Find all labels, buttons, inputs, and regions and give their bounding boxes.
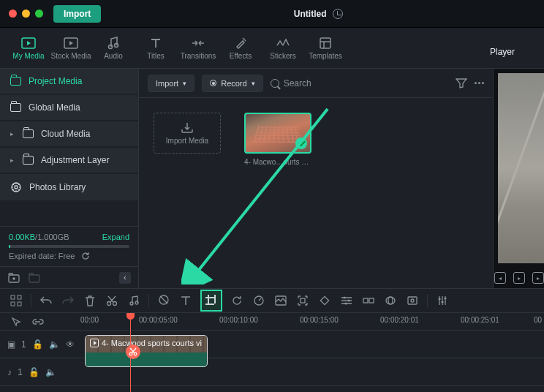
svg-point-31 <box>345 303 347 305</box>
window-controls[interactable] <box>9 10 43 18</box>
tool-marker[interactable] <box>156 293 171 308</box>
tool-redo <box>61 293 75 308</box>
tool-arrange[interactable] <box>9 293 23 308</box>
expand-storage-link[interactable]: Expand <box>102 233 129 241</box>
chevron-right-icon: ▸ <box>10 157 14 164</box>
search-placeholder: Search <box>284 78 311 88</box>
svg-marker-1 <box>27 41 31 45</box>
timeline-clip[interactable]: 4- Macwood sports courts vi <box>85 335 208 367</box>
sidebar-item-label: Photos Library <box>29 182 86 192</box>
lock-icon[interactable]: 🔓 <box>29 367 39 377</box>
ruler-mark: 00:00:15:00 <box>300 316 339 324</box>
tool-delete[interactable] <box>83 293 97 308</box>
player-play-button[interactable]: ▸ <box>513 272 525 284</box>
audio-track-header[interactable]: ♪ 1 🔓 🔈 <box>0 358 80 385</box>
svg-point-5 <box>115 43 118 47</box>
audio-icon <box>106 37 121 50</box>
tab-stickers[interactable]: Stickers <box>262 28 304 69</box>
sidebar-item-photos-library[interactable]: Photos Library <box>0 174 138 200</box>
mute-icon[interactable]: 🔈 <box>45 367 56 377</box>
tab-audio[interactable]: Audio <box>92 28 135 69</box>
close-window-icon[interactable] <box>9 10 17 18</box>
tool-mask[interactable] <box>383 293 398 308</box>
folder-icon <box>10 103 21 112</box>
player-prev-button[interactable]: ◂ <box>494 272 506 284</box>
svg-rect-12 <box>29 275 39 282</box>
tool-rotate[interactable] <box>230 293 244 308</box>
tool-audio-detach[interactable] <box>126 293 141 308</box>
import-dropdown[interactable]: Import ▾ <box>148 75 194 92</box>
more-options-icon[interactable] <box>475 82 484 84</box>
media-clip-card[interactable]: 4- Macwo…ourts video <box>244 113 311 166</box>
sidebar-item-project-media[interactable]: Project Media <box>0 69 138 94</box>
svg-point-41 <box>129 353 132 355</box>
tab-effects[interactable]: Effects <box>219 28 262 69</box>
visibility-icon[interactable]: 👁 <box>66 339 75 350</box>
dropdown-label: Record <box>221 79 246 88</box>
added-check-icon <box>295 137 307 149</box>
tool-keyframe[interactable] <box>317 293 332 308</box>
svg-rect-36 <box>408 297 417 304</box>
tool-track-motion[interactable] <box>295 293 310 308</box>
maximize-window-icon[interactable] <box>35 10 43 18</box>
tab-transitions[interactable]: Transitions <box>177 28 219 69</box>
filter-icon[interactable] <box>456 78 467 88</box>
import-button[interactable]: Import <box>53 5 101 23</box>
mute-icon[interactable]: 🔈 <box>49 339 60 350</box>
import-icon <box>181 122 194 134</box>
svg-point-19 <box>107 302 111 306</box>
history-icon[interactable] <box>333 9 343 19</box>
tool-adjust[interactable] <box>339 293 354 308</box>
search-input[interactable]: Search <box>271 78 448 88</box>
player-preview[interactable] <box>498 73 544 263</box>
folder-icon <box>23 129 34 138</box>
svg-rect-15 <box>11 295 15 299</box>
new-folder-icon[interactable] <box>7 271 20 284</box>
chevron-right-icon: ▸ <box>10 130 14 137</box>
tool-render[interactable] <box>405 293 420 308</box>
stock-icon <box>64 37 78 50</box>
dropdown-label: Import <box>156 79 178 88</box>
tool-color[interactable] <box>273 293 288 308</box>
tool-split[interactable] <box>105 293 119 308</box>
svg-line-24 <box>160 296 167 304</box>
refresh-icon[interactable] <box>81 252 90 260</box>
svg-point-29 <box>344 297 346 299</box>
tool-mixer[interactable] <box>435 293 450 308</box>
clip-thumbnail[interactable] <box>244 113 311 154</box>
video-track-header[interactable]: ▣ 1 🔓 🔈 👁 <box>0 331 80 358</box>
collapse-sidebar-icon[interactable]: ‹ <box>119 272 131 284</box>
tab-templates[interactable]: Templates <box>304 28 347 69</box>
svg-rect-18 <box>18 302 21 306</box>
tab-label: Stickers <box>270 52 296 60</box>
tab-titles[interactable]: Titles <box>135 28 177 69</box>
chevron-down-icon: ▾ <box>183 80 186 87</box>
expired-date-label: Expired date: Free <box>9 252 75 260</box>
import-media-card[interactable]: Import Media <box>154 113 221 154</box>
svg-rect-17 <box>11 302 15 306</box>
video-track-icon: ▣ <box>7 339 15 350</box>
tab-stock-media[interactable]: Stock Media <box>50 28 92 69</box>
timeline-ruler[interactable]: 00:0000:00:05:0000:00:10:0000:00:15:0000… <box>80 313 544 331</box>
tool-text[interactable] <box>178 293 193 308</box>
sidebar-item-label: Global Media <box>29 102 80 113</box>
tool-group[interactable] <box>361 293 376 308</box>
timeline-link-icon[interactable] <box>31 314 45 329</box>
svg-rect-27 <box>301 298 305 303</box>
svg-rect-38 <box>439 298 441 300</box>
tab-my-media[interactable]: My Media <box>7 28 50 69</box>
sidebar-item-cloud-media[interactable]: ▸ Cloud Media <box>0 121 138 146</box>
track-number: 1 <box>21 339 26 350</box>
minimize-window-icon[interactable] <box>22 10 30 18</box>
tool-undo[interactable] <box>39 293 53 308</box>
record-dropdown[interactable]: Record ▾ <box>202 75 262 92</box>
project-title: Untitled <box>294 9 327 19</box>
sidebar-item-adjustment-layer[interactable]: ▸ Adjustment Layer <box>0 148 138 173</box>
split-indicator-icon[interactable] <box>126 344 140 359</box>
lock-icon[interactable]: 🔓 <box>32 339 43 350</box>
player-next-button[interactable]: ▸ <box>532 272 544 284</box>
sidebar-item-global-media[interactable]: Global Media <box>0 95 138 120</box>
timeline-cursor-icon[interactable] <box>9 314 23 329</box>
tool-speed[interactable] <box>252 293 266 308</box>
tool-crop-highlighted[interactable] <box>200 290 222 312</box>
